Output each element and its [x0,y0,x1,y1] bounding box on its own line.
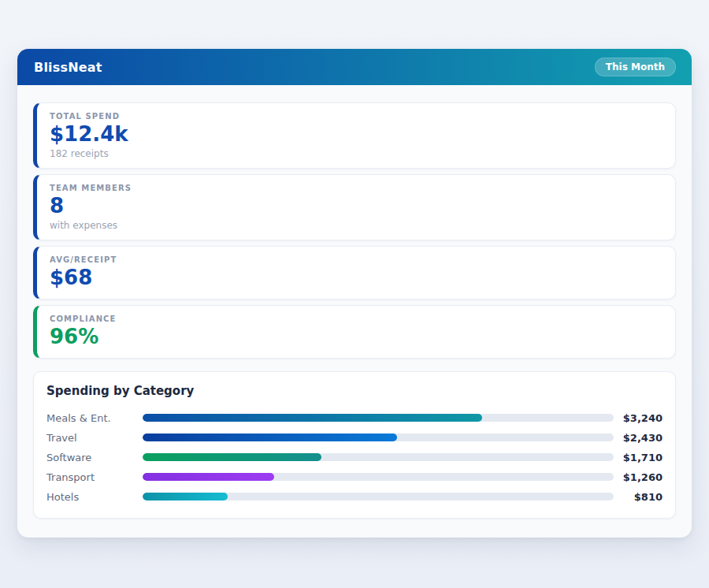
bar-fill [143,434,397,441]
stat-subtitle: with expenses [50,220,663,231]
category-label: Travel [46,432,143,444]
stat-value: $12.4k [50,123,663,147]
stat-card-team-members: TEAM MEMBERS8with expenses [33,174,676,240]
category-row: Travel$2,430 [46,428,663,448]
stat-label: TOTAL SPEND [50,112,663,121]
category-label: Hotels [46,491,143,503]
stat-label: COMPLIANCE [50,314,663,323]
spending-by-category-card: Spending by Category Meals & Ent.$3,240T… [33,371,676,519]
stat-value: 8 [50,195,663,218]
stat-value: $68 [50,266,663,290]
bar-track [143,414,614,422]
stat-value: 96% [50,326,663,349]
category-label: Meals & Ent. [46,412,143,424]
app-title: BlissNeat [34,60,102,75]
bar-fill [143,414,482,422]
category-row: Hotels$810 [46,487,663,507]
category-value: $810 [614,491,663,503]
category-row: Transport$1,260 [46,467,663,487]
stat-label: TEAM MEMBERS [50,184,663,192]
stats-section: TOTAL SPEND$12.4k182 receiptsTEAM MEMBER… [33,102,676,359]
category-label: Software [46,452,143,463]
category-value: $2,430 [614,432,663,444]
bar-track [143,453,614,461]
stat-card-compliance: COMPLIANCE96% [33,305,676,359]
stat-card-total-spend: TOTAL SPEND$12.4k182 receipts [33,102,676,169]
bar-track [143,473,614,481]
bar-track [143,493,614,501]
app-container: BlissNeat This Month TOTAL SPEND$12.4k18… [17,49,692,538]
category-row: Meals & Ent.$3,240 [46,408,663,428]
category-value: $1,710 [614,452,663,463]
category-value: $3,240 [614,412,663,424]
chart-rows: Meals & Ent.$3,240Travel$2,430Software$1… [46,408,663,507]
stat-subtitle: 182 receipts [50,148,663,159]
period-badge[interactable]: This Month [595,58,676,76]
bar-fill [143,473,274,481]
stat-label: AVG/RECEIPT [50,255,663,264]
chart-title: Spending by Category [46,384,663,398]
bar-fill [143,453,321,461]
bar-fill [143,493,228,501]
category-label: Transport [46,471,143,483]
category-row: Software$1,710 [46,448,663,467]
stat-card-avg-receipt: AVG/RECEIPT$68 [33,246,676,300]
category-value: $1,260 [614,471,663,483]
app-body: TOTAL SPEND$12.4k182 receiptsTEAM MEMBER… [17,85,692,534]
app-header: BlissNeat This Month [17,49,692,85]
bar-track [143,434,614,441]
